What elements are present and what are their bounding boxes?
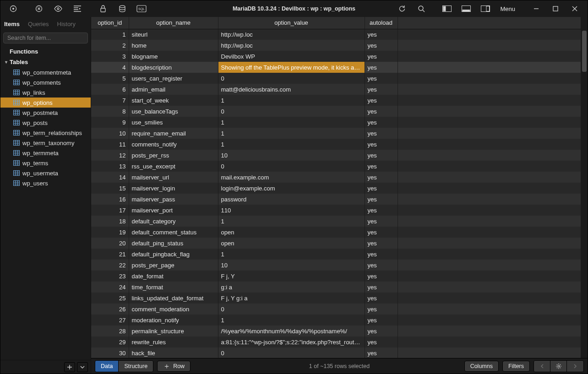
cell[interactable]: yes <box>365 205 397 216</box>
cell[interactable] <box>397 194 581 205</box>
tab-structure[interactable]: Structure <box>119 361 153 372</box>
cell[interactable]: 22 <box>91 260 129 271</box>
cell[interactable] <box>397 293 581 304</box>
table-row[interactable]: 2homehttp://wp.locyes <box>91 40 581 51</box>
cell[interactable]: start_of_week <box>129 95 218 106</box>
window-close-icon[interactable] <box>566 0 584 17</box>
cell[interactable]: yes <box>365 271 397 282</box>
cell[interactable] <box>397 73 581 84</box>
cell[interactable]: 20 <box>91 238 129 249</box>
cell[interactable]: mailserver_pass <box>129 194 218 205</box>
cell[interactable]: links_updated_date_format <box>129 293 218 304</box>
cell[interactable]: comments_notify <box>129 139 218 150</box>
cell[interactable] <box>397 336 581 347</box>
cell[interactable]: hack_file <box>129 347 218 358</box>
table-row[interactable]: 8use_balanceTags0yes <box>91 106 581 117</box>
column-header-blank[interactable] <box>397 17 581 29</box>
cell[interactable]: matt@deliciousbrains.com <box>218 84 365 95</box>
cell[interactable]: yes <box>365 183 397 194</box>
cell[interactable]: yes <box>365 29 397 40</box>
cell[interactable]: Showing off the TablePlus preview mode, … <box>218 62 365 73</box>
table-row[interactable]: 9use_smilies1yes <box>91 117 581 128</box>
sidebar-group-tables[interactable]: ▾Tables <box>0 57 91 67</box>
table-row[interactable]: 16mailserver_passpasswordyes <box>91 194 581 205</box>
refresh-icon[interactable] <box>393 0 411 17</box>
cell[interactable] <box>397 29 581 40</box>
cell[interactable]: 10 <box>218 150 365 161</box>
table-row[interactable]: 21default_pingback_flag1yes <box>91 249 581 260</box>
cell[interactable] <box>397 161 581 172</box>
connection-icon[interactable] <box>4 0 22 17</box>
cell[interactable]: a:81:{s:11:"^wp-json/?$";s:22:"index.php… <box>218 336 365 347</box>
cell[interactable]: siteurl <box>129 29 218 40</box>
table-row[interactable]: 1siteurlhttp://wp.locyes <box>91 29 581 40</box>
table-row[interactable]: 10require_name_email1yes <box>91 128 581 139</box>
cell[interactable] <box>397 51 581 62</box>
cell[interactable]: yes <box>365 51 397 62</box>
cell[interactable]: 0 <box>218 304 365 314</box>
cell[interactable] <box>397 106 581 117</box>
table-row[interactable]: 14mailserver_urlmail.example.comyes <box>91 172 581 183</box>
tab-data[interactable]: Data <box>95 361 119 372</box>
cell[interactable] <box>397 304 581 314</box>
cell[interactable] <box>397 325 581 336</box>
sidebar-item-wp_terms[interactable]: wp_terms <box>0 158 91 168</box>
cell[interactable]: default_ping_status <box>129 238 218 249</box>
cell[interactable] <box>397 172 581 183</box>
cell[interactable]: F j, Y <box>218 271 365 282</box>
cell[interactable]: 1 <box>218 117 365 128</box>
page-next-button[interactable] <box>567 361 583 372</box>
cell[interactable]: yes <box>365 150 397 161</box>
cell[interactable]: 26 <box>91 304 129 314</box>
cell[interactable]: 0 <box>218 106 365 117</box>
search-icon[interactable] <box>412 0 430 17</box>
cell[interactable]: 2 <box>91 40 129 51</box>
sidebar-item-wp_term_relationships[interactable]: wp_term_relationships <box>0 128 91 138</box>
cell[interactable]: 17 <box>91 205 129 216</box>
page-settings-button[interactable] <box>550 361 567 372</box>
cell[interactable]: 8 <box>91 106 129 117</box>
cell[interactable]: 13 <box>91 161 129 172</box>
cell[interactable] <box>397 347 581 358</box>
cell[interactable]: use_smilies <box>129 117 218 128</box>
table-row[interactable]: 27moderation_notify1yes <box>91 314 581 325</box>
cell[interactable]: 1 <box>218 216 365 227</box>
cell[interactable]: 110 <box>218 205 365 216</box>
cell[interactable] <box>397 205 581 216</box>
cell[interactable] <box>397 139 581 150</box>
cell[interactable]: users_can_register <box>129 73 218 84</box>
sidebar-item-wp_termmeta[interactable]: wp_termmeta <box>0 148 91 158</box>
table-row[interactable]: 4blogdescriptionShowing off the TablePlu… <box>91 62 581 73</box>
sidebar-item-wp_posts[interactable]: wp_posts <box>0 118 91 128</box>
cell[interactable] <box>397 227 581 238</box>
cell[interactable]: mailserver_port <box>129 205 218 216</box>
cell[interactable]: http://wp.loc <box>218 29 365 40</box>
columns-button[interactable]: Columns <box>464 361 499 372</box>
window-minimize-icon[interactable] <box>527 0 545 17</box>
table-row[interactable]: 18default_category1yes <box>91 216 581 227</box>
lock-icon[interactable] <box>94 0 112 17</box>
cell[interactable]: Devilbox WP <box>218 51 365 62</box>
cell[interactable]: 9 <box>91 117 129 128</box>
cell[interactable]: open <box>218 238 365 249</box>
cell[interactable]: password <box>218 194 365 205</box>
table-row[interactable]: 26comment_moderation0yes <box>91 304 581 314</box>
layout-left-icon[interactable] <box>438 0 456 17</box>
indent-icon[interactable] <box>68 0 87 17</box>
layout-bottom-icon[interactable] <box>457 0 475 17</box>
cell[interactable] <box>397 271 581 282</box>
cell[interactable]: 1 <box>218 128 365 139</box>
cell[interactable]: default_category <box>129 216 218 227</box>
sidebar-item-wp_options[interactable]: wp_options <box>0 98 91 108</box>
cell[interactable]: 7 <box>91 95 129 106</box>
cell[interactable]: 5 <box>91 73 129 84</box>
sidebar-tab-items[interactable]: Items <box>4 21 20 27</box>
cell[interactable]: blogname <box>129 51 218 62</box>
cell[interactable] <box>397 282 581 293</box>
table-row[interactable]: 19default_comment_statusopenyes <box>91 227 581 238</box>
cell[interactable]: posts_per_page <box>129 260 218 271</box>
cell[interactable] <box>397 150 581 161</box>
cell[interactable]: yes <box>365 293 397 304</box>
database-icon[interactable] <box>113 0 131 17</box>
cell[interactable]: mailserver_url <box>129 172 218 183</box>
